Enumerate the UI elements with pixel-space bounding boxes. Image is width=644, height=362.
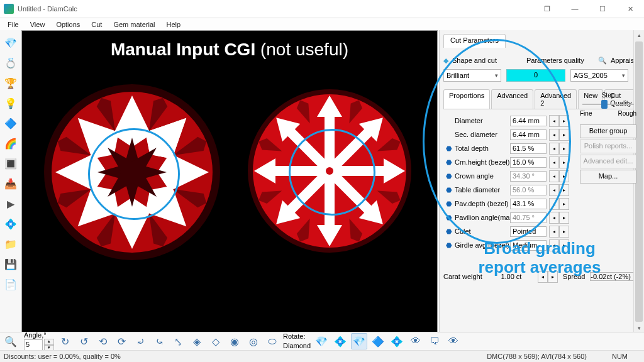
eye-mode-icon-2[interactable]: 👁 xyxy=(445,333,462,349)
prop-value-field[interactable]: Medium xyxy=(510,240,547,251)
tool-trophy-icon[interactable]: 🏆 xyxy=(2,74,19,92)
prop-inc-button[interactable]: ▸ xyxy=(559,212,569,224)
menu-cut[interactable]: Cut xyxy=(86,19,107,30)
diamond-view-icon-0[interactable]: 💎 xyxy=(313,333,330,349)
render-mode-icon-1[interactable]: ◇ xyxy=(208,333,224,349)
prop-dec-button[interactable]: ◂ xyxy=(549,143,559,155)
tool-shadow-icon[interactable]: 🔳 xyxy=(2,155,19,172)
scroll-up-icon[interactable]: ▴ xyxy=(634,30,644,40)
tool-play-icon[interactable]: ▶ xyxy=(2,195,19,212)
prop-inc-button[interactable]: ▸ xyxy=(559,226,569,238)
prop-inc-button[interactable]: ▸ xyxy=(559,184,569,196)
better-group-button[interactable]: Better group xyxy=(580,124,636,138)
carat-inc-button[interactable]: ▸ xyxy=(548,271,558,283)
prop-value-field[interactable]: 61.5 % xyxy=(510,143,547,154)
rotate-arrow-icon-2[interactable]: ⟲ xyxy=(94,333,111,349)
subtab-advanced2[interactable]: Advanced 2 xyxy=(535,89,577,109)
fix-lock-icon[interactable]: ⬣ xyxy=(443,158,455,167)
rotate-arrow-icon-6[interactable]: ⤣ xyxy=(170,333,186,349)
prop-inc-button[interactable]: ▸ xyxy=(559,115,569,127)
minimize-button[interactable]: — xyxy=(561,0,589,18)
fix-lock-icon[interactable]: ⬣ xyxy=(443,145,455,153)
menu-gem-material[interactable]: Gem material xyxy=(108,19,160,30)
rotate-arrow-icon-1[interactable]: ↺ xyxy=(75,333,92,349)
fix-lock-icon[interactable]: ⬣ xyxy=(443,186,455,194)
tool-diamond-ring-icon[interactable]: 💍 xyxy=(2,54,19,72)
render-mode-icon-0[interactable]: ◈ xyxy=(189,333,205,349)
prop-value-field[interactable]: 56.0 % xyxy=(510,185,547,195)
prop-dec-button[interactable]: ◂ xyxy=(549,156,559,168)
rotate-arrow-icon-5[interactable]: ⤿ xyxy=(151,333,167,349)
angle-input[interactable]: 5 xyxy=(24,339,43,351)
subtab-proportions[interactable]: Proportions xyxy=(443,89,490,109)
step-slider[interactable]: Step FineRough xyxy=(580,92,636,117)
tool-spectrum-icon[interactable]: 🌈 xyxy=(2,134,19,152)
prop-dec-button[interactable]: ◂ xyxy=(549,212,559,224)
tool-diamond-top-icon[interactable]: 💎 xyxy=(2,34,19,52)
tool-import-icon[interactable]: 📥 xyxy=(2,175,19,192)
rotate-arrow-icon-4[interactable]: ⤾ xyxy=(132,333,148,349)
prop-value-field[interactable]: 40.75 ° xyxy=(510,212,547,223)
carat-weight-field[interactable]: 1.00 ct xyxy=(501,273,532,280)
prop-value-field[interactable]: Pointed xyxy=(510,226,547,237)
prop-value-field[interactable]: 43.1 % xyxy=(510,199,547,209)
prop-inc-button[interactable]: ▸ xyxy=(559,198,569,210)
diamond-view-icon-2[interactable]: 💎 xyxy=(351,333,367,349)
menu-view[interactable]: View xyxy=(25,19,50,30)
diamond-view-icon-3[interactable]: 🔷 xyxy=(370,333,386,349)
diamond-view-icon-4[interactable]: 💠 xyxy=(389,333,405,349)
maximize-button[interactable]: ☐ xyxy=(589,0,616,18)
angle-up-button[interactable]: ▴ xyxy=(44,339,54,345)
advanced-edit-button[interactable]: Advanced edit... xyxy=(580,155,636,168)
prop-value-field[interactable]: 6.44 mm xyxy=(510,129,547,140)
fix-lock-icon[interactable]: ⬣ xyxy=(443,172,455,180)
prop-dec-button[interactable]: ◂ xyxy=(549,226,559,238)
slider-thumb[interactable] xyxy=(601,100,608,109)
tool-gem-icon[interactable]: 💠 xyxy=(2,215,19,233)
tab-cut-parameters[interactable]: Cut Parameters xyxy=(443,34,506,48)
tool-save-icon[interactable]: 💾 xyxy=(2,255,19,273)
prop-inc-button[interactable]: ▸ xyxy=(559,143,569,155)
tool-light-icon[interactable]: 💡 xyxy=(2,94,19,112)
eye-mode-icon-0[interactable]: 👁 xyxy=(408,333,424,349)
prop-inc-button[interactable]: ▸ xyxy=(559,129,569,141)
prop-value-field[interactable]: 15.0 % xyxy=(510,157,547,168)
polish-reports-button[interactable]: Polish reports... xyxy=(580,140,636,153)
prop-inc-button[interactable]: ▸ xyxy=(559,239,569,251)
prop-dec-button[interactable]: ◂ xyxy=(549,170,559,182)
menu-file[interactable]: File xyxy=(3,19,24,30)
prop-value-field[interactable]: 6.44 mm xyxy=(510,116,547,126)
subtab-advanced[interactable]: Advanced xyxy=(491,89,533,109)
render-mode-icon-3[interactable]: ◎ xyxy=(245,333,262,349)
prop-inc-button[interactable]: ▸ xyxy=(559,170,569,182)
prop-value-field[interactable]: 34.30 ° xyxy=(510,171,547,182)
appraiser-select[interactable]: AGS_2005▾ xyxy=(570,69,628,82)
render-mode-icon-4[interactable]: ⬭ xyxy=(264,333,280,349)
menu-help[interactable]: Help xyxy=(161,19,186,30)
rotate-arrow-icon-0[interactable]: ↻ xyxy=(57,333,73,349)
prop-inc-button[interactable]: ▸ xyxy=(559,156,569,168)
fix-lock-icon[interactable]: ⬣ xyxy=(443,241,455,250)
shape-select[interactable]: Brilliant▾ xyxy=(443,69,501,82)
prop-dec-button[interactable]: ◂ xyxy=(549,239,559,251)
close-button[interactable]: ✕ xyxy=(616,0,644,18)
rotate-arrow-icon-3[interactable]: ⟳ xyxy=(113,333,130,349)
fix-lock-icon[interactable]: ⬣ xyxy=(443,228,455,236)
prop-dec-button[interactable]: ◂ xyxy=(549,129,559,141)
render-mode-icon-2[interactable]: ◉ xyxy=(226,333,243,349)
eye-mode-icon-1[interactable]: 🗨 xyxy=(426,333,443,349)
tool-doc-icon[interactable]: 📄 xyxy=(2,275,19,293)
menu-options[interactable]: Options xyxy=(51,19,85,30)
zoom-icon[interactable]: 🔍 xyxy=(3,333,19,349)
fix-lock-icon[interactable]: ⬣ xyxy=(443,214,455,222)
prop-dec-button[interactable]: ◂ xyxy=(549,184,559,196)
tool-render-icon[interactable]: 🔷 xyxy=(2,114,19,132)
map-button[interactable]: Map... xyxy=(580,170,636,184)
diamond-view-icon-1[interactable]: 💠 xyxy=(332,333,348,349)
tool-open-icon[interactable]: 📁 xyxy=(2,235,19,253)
fix-lock-icon[interactable]: ⬣ xyxy=(443,200,455,208)
carat-dec-button[interactable]: ◂ xyxy=(538,271,548,283)
prop-dec-button[interactable]: ◂ xyxy=(549,198,559,210)
prop-dec-button[interactable]: ◂ xyxy=(549,115,559,127)
viewport[interactable]: Manual Input CGI (not useful) xyxy=(21,30,438,333)
